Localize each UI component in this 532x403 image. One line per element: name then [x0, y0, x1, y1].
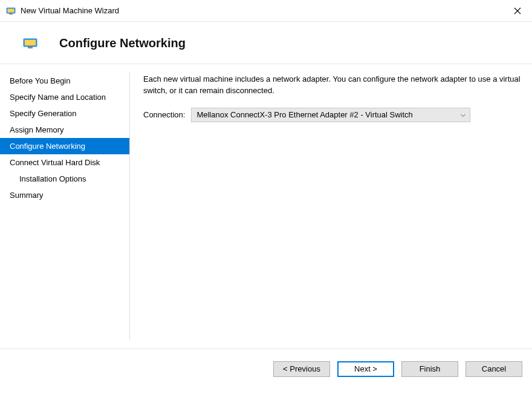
description-text: Each new virtual machine includes a netw… [143, 74, 521, 97]
step-specify-generation[interactable]: Specify Generation [0, 105, 129, 122]
wizard-body: Before You Begin Specify Name and Locati… [0, 64, 532, 349]
step-before-you-begin[interactable]: Before You Begin [0, 73, 129, 89]
app-icon [6, 6, 16, 16]
step-summary[interactable]: Summary [0, 187, 129, 203]
content-panel: Each new virtual machine includes a netw… [130, 64, 532, 349]
step-installation-options[interactable]: Installation Options [0, 171, 129, 187]
svg-rect-2 [9, 13, 13, 15]
step-specify-name-location[interactable]: Specify Name and Location [0, 89, 129, 105]
connection-select[interactable]: Mellanox ConnectX-3 Pro Ethernet Adapter… [191, 108, 470, 122]
connection-row: Connection: Mellanox ConnectX-3 Pro Ethe… [143, 108, 521, 122]
wizard-header: Configure Networking [0, 22, 532, 64]
titlebar: New Virtual Machine Wizard [0, 0, 532, 22]
connection-label: Connection: [143, 110, 185, 119]
cancel-button[interactable]: Cancel [465, 361, 522, 377]
monitor-icon [23, 38, 37, 49]
finish-button[interactable]: Finish [401, 361, 458, 377]
next-button[interactable]: Next > [337, 361, 394, 377]
steps-sidebar: Before You Begin Specify Name and Locati… [0, 64, 129, 349]
svg-rect-7 [28, 47, 33, 48]
step-configure-networking[interactable]: Configure Networking [0, 138, 129, 154]
step-assign-memory[interactable]: Assign Memory [0, 122, 129, 138]
svg-rect-6 [25, 40, 36, 45]
previous-button[interactable]: < Previous [273, 361, 330, 377]
step-connect-virtual-hard-disk[interactable]: Connect Virtual Hard Disk [0, 154, 129, 171]
wizard-footer: < Previous Next > Finish Cancel [0, 349, 532, 388]
connection-select-wrap: Mellanox ConnectX-3 Pro Ethernet Adapter… [191, 108, 470, 122]
window-title: New Virtual Machine Wizard [21, 6, 119, 15]
page-title: Configure Networking [59, 36, 186, 50]
svg-rect-1 [8, 8, 15, 12]
close-button[interactable] [511, 5, 524, 17]
